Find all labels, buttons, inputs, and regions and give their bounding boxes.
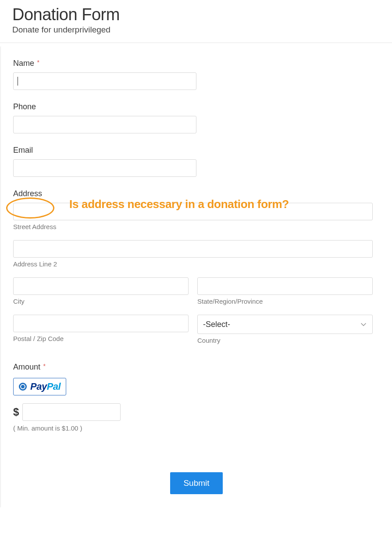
address-line2-input[interactable] — [13, 240, 373, 258]
phone-label: Phone — [13, 102, 36, 111]
address-line2-sublabel: Address Line 2 — [13, 260, 373, 268]
name-input[interactable] — [13, 72, 196, 90]
field-email: Email — [13, 146, 380, 177]
country-select[interactable]: -Select- — [197, 315, 373, 334]
amount-input[interactable] — [22, 403, 121, 421]
field-phone: Phone — [13, 102, 380, 133]
amount-label: Amount — [13, 363, 40, 372]
phone-input[interactable] — [13, 116, 196, 133]
text-cursor — [18, 77, 18, 86]
currency-symbol: $ — [13, 406, 19, 418]
field-address: Address Street Address Address Line 2 Ci… — [13, 189, 380, 344]
postal-input[interactable] — [13, 315, 189, 332]
country-sublabel: Country — [197, 337, 373, 344]
city-sublabel: City — [13, 298, 189, 305]
email-label: Email — [13, 146, 33, 155]
annotation-text: Is address necessary in a donation form? — [69, 197, 289, 211]
page-title: Donation Form — [12, 5, 392, 24]
address-label: Address — [13, 189, 42, 198]
page-subtitle: Donate for underprivileged — [12, 25, 392, 35]
field-amount: Amount * PayPal $ ( Min. amount is $1.00… — [13, 363, 380, 432]
paypal-logo: PayPal — [30, 381, 61, 392]
paypal-option[interactable]: PayPal — [13, 378, 66, 395]
min-amount-note: ( Min. amount is $1.00 ) — [13, 424, 380, 432]
state-sublabel: State/Region/Province — [197, 298, 373, 305]
submit-button[interactable]: Submit — [170, 472, 222, 494]
field-name: Name * — [13, 59, 380, 90]
postal-sublabel: Postal / Zip Code — [13, 335, 189, 342]
street-address-sublabel: Street Address — [13, 223, 373, 230]
state-input[interactable] — [197, 277, 373, 295]
required-marker: * — [37, 59, 39, 66]
radio-selected-icon — [19, 383, 27, 391]
email-input[interactable] — [13, 159, 196, 177]
city-input[interactable] — [13, 277, 189, 295]
required-marker: * — [43, 363, 46, 370]
name-label: Name — [13, 59, 34, 68]
